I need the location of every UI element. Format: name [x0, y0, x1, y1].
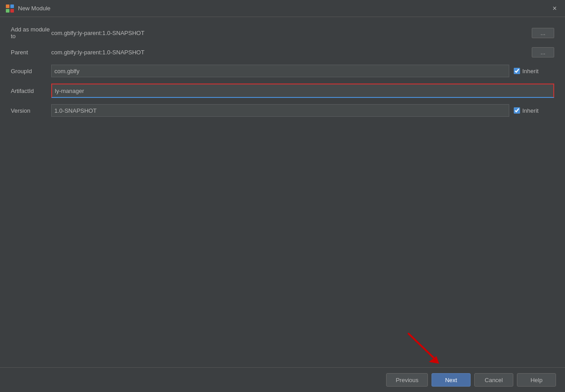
version-label: Version — [11, 107, 51, 114]
artifactid-label: ArtifactId — [11, 88, 51, 94]
version-inherit-checkbox[interactable] — [514, 107, 520, 114]
title-bar: New Module × — [0, 0, 565, 17]
parent-label: Parent — [11, 49, 51, 56]
add-as-module-row: Add as module to com.gblfy:ly-parent:1.0… — [11, 26, 554, 40]
parent-value: com.gblfy:ly-parent:1.0-SNAPSHOT — [51, 49, 532, 56]
new-module-dialog: New Module × Add as module to com.gblfy:… — [0, 0, 565, 392]
artifactid-row: ArtifactId — [11, 84, 554, 98]
artifactid-input[interactable] — [51, 84, 554, 98]
groupid-inherit-checkbox[interactable] — [514, 68, 520, 74]
dialog-title: New Module — [18, 5, 50, 12]
svg-rect-1 — [10, 4, 14, 8]
version-row: Version Inherit — [11, 104, 554, 117]
title-bar-left: New Module — [5, 4, 50, 13]
groupid-label: GroupId — [11, 68, 51, 75]
groupid-inherit-wrap: Inherit — [514, 68, 554, 75]
previous-button[interactable]: Previous — [386, 373, 428, 387]
version-inherit-wrap: Inherit — [514, 107, 554, 114]
groupid-inherit-label: Inherit — [522, 68, 538, 75]
svg-rect-2 — [6, 9, 9, 13]
version-inherit-label: Inherit — [522, 107, 538, 114]
dialog-content: Add as module to com.gblfy:ly-parent:1.0… — [0, 17, 565, 367]
close-button[interactable]: × — [550, 4, 560, 13]
version-input[interactable] — [51, 104, 509, 117]
content-spacer — [11, 123, 554, 358]
parent-browse-button[interactable]: ... — [532, 47, 554, 57]
groupid-row: GroupId Inherit — [11, 65, 554, 77]
svg-rect-3 — [10, 9, 14, 13]
add-as-module-value: com.gblfy:ly-parent:1.0-SNAPSHOT — [51, 30, 532, 36]
svg-rect-0 — [6, 4, 9, 8]
footer: Previous Next Cancel Help — [0, 367, 565, 392]
module-icon — [5, 4, 14, 13]
next-button[interactable]: Next — [432, 373, 471, 387]
parent-row: Parent com.gblfy:ly-parent:1.0-SNAPSHOT … — [11, 46, 554, 58]
groupid-input[interactable] — [51, 65, 509, 77]
cancel-button[interactable]: Cancel — [474, 373, 513, 387]
add-as-module-label: Add as module to — [11, 26, 51, 40]
add-as-module-browse-button[interactable]: ... — [532, 28, 554, 38]
artifactid-wrapper — [51, 84, 554, 98]
help-button[interactable]: Help — [517, 373, 556, 387]
